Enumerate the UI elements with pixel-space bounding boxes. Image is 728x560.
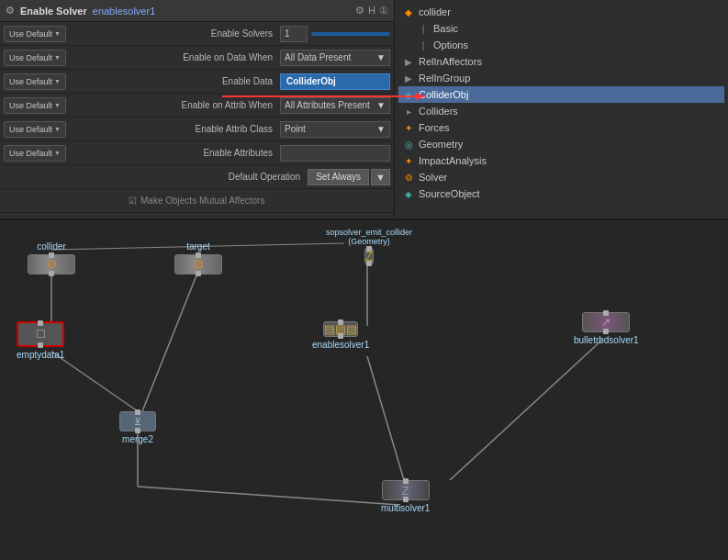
relinaffectors-label: RelInAffectors [419, 56, 482, 67]
enable-solvers-slider[interactable] [311, 32, 390, 36]
merge2-port-bottom[interactable] [135, 428, 140, 433]
tree-impactanalysis[interactable]: ✦ ImpactAnalysis [398, 152, 724, 169]
options-tree-label: Options [433, 39, 468, 50]
form-title: Enable Solver [20, 6, 87, 17]
multisolver1-icon: Z [402, 484, 409, 498]
emptydata1-port-top[interactable] [38, 320, 43, 326]
collider-tree-label: collider [419, 6, 451, 17]
bulletrbdsolver1-port-top[interactable] [603, 310, 609, 316]
options-tree-icon: | [417, 39, 430, 51]
enable-attrib-when-dropdown[interactable]: All Attributes Present ▼ [280, 97, 390, 114]
sopsolver-port-bottom[interactable] [366, 261, 372, 266]
sopsolver-box[interactable]: Z [364, 248, 375, 264]
help-icon[interactable]: H [368, 5, 375, 17]
enable-solvers-value[interactable]: 1 [280, 26, 308, 42]
collider-port-bottom[interactable] [49, 271, 54, 276]
enable-attrib-class-row: Use Default ▼ Enable Attrib Class Point … [0, 118, 394, 141]
collider-port-top[interactable] [49, 252, 54, 258]
default-operation-label: Default Operation [63, 172, 308, 182]
use-default-enable-data[interactable]: Use Default ▼ [4, 73, 66, 90]
multisolver1-label: multisolver1 [381, 503, 430, 513]
node-merge2[interactable]: ⊻ merge2 [119, 411, 156, 444]
enablesolver1-port-top[interactable] [338, 319, 343, 325]
basic-tree-icon: | [417, 22, 430, 35]
node-multisolver1[interactable]: Z multisolver1 [381, 480, 430, 513]
target-port-bottom[interactable] [196, 271, 201, 276]
attrib-when-arrow: ▼ [376, 100, 386, 110]
merge2-label: merge2 [122, 434, 153, 444]
info-icon[interactable]: ① [379, 5, 388, 17]
use-default-enable-attrs[interactable]: Use Default ▼ [4, 145, 66, 162]
enable-data-value[interactable]: ColliderObj [280, 73, 390, 90]
enablesolver1-box[interactable]: ▤▤▤ [323, 321, 358, 337]
sopsolver-port-top[interactable] [366, 246, 372, 252]
svg-line-4 [51, 352, 138, 411]
mutual-affectors-label: Make Objects Mutual Affectors [140, 196, 264, 206]
use-default-enable-solvers[interactable]: Use Default ▼ [4, 26, 66, 42]
node-sopsolver[interactable]: sopsolver_emit_collider(Geometry) Z [326, 228, 412, 264]
set-always-arrow[interactable]: ▼ [371, 169, 390, 185]
bulletrbdsolver1-port-bottom[interactable] [603, 329, 609, 334]
svg-line-6 [138, 487, 399, 505]
use-default-attrib-when[interactable]: Use Default ▼ [4, 97, 66, 114]
enable-attrib-class-dropdown[interactable]: Point ▼ [280, 121, 390, 138]
enable-attrib-class-label: Enable Attrib Class [66, 124, 280, 134]
settings-icon[interactable]: ⚙ [355, 5, 364, 17]
multisolver1-box[interactable]: Z [382, 480, 430, 500]
emptydata1-box[interactable]: ☐ [17, 321, 64, 347]
merge2-box[interactable]: ⊻ [119, 411, 156, 431]
enable-attributes-row: Use Default ▼ Enable Attributes [0, 141, 394, 165]
tree-colliderobj[interactable]: ◈ ColliderObj [398, 86, 724, 103]
collider-node-box[interactable]: ⚙ [28, 254, 75, 274]
merge2-port-top[interactable] [135, 409, 140, 415]
colliders-icon: ▸ [402, 105, 415, 118]
node-bulletrbdsolver1[interactable]: ↗ bulletrbdsolver1 [574, 312, 639, 345]
svg-line-3 [142, 271, 198, 411]
bulletrbdsolver1-icon: ↗ [601, 316, 610, 329]
tree-solver[interactable]: ⚙ Solver [398, 169, 724, 185]
collider-node-icon: ⚙ [46, 257, 58, 272]
emptydata1-port-bottom[interactable] [38, 342, 43, 348]
use-default-attrib-class[interactable]: Use Default ▼ [4, 121, 66, 138]
node-emptydata1[interactable]: ☐ emptydata1 [17, 321, 64, 360]
bulletrbdsolver1-box[interactable]: ↗ [582, 312, 630, 332]
basic-tree-label: Basic [433, 23, 458, 34]
tree-geometry[interactable]: ◎ Geometry [398, 136, 724, 152]
multisolver1-port-bottom[interactable] [403, 497, 409, 502]
top-panel: ⚙ Enable Solver enablesolver1 ⚙ H ① Use … [0, 0, 728, 220]
form-title-bar: ⚙ Enable Solver enablesolver1 ⚙ H ① [0, 0, 394, 22]
sopsolver-label-top: sopsolver_emit_collider(Geometry) [326, 228, 412, 246]
multisolver1-port-top[interactable] [403, 478, 409, 484]
enable-on-attrib-when-label: Enable on Attrib When [66, 100, 280, 110]
enable-data-label: Enable Data [66, 76, 280, 86]
enable-on-data-when-row: Use Default ▼ Enable on Data When All Da… [0, 46, 394, 70]
enable-attributes-field[interactable] [280, 145, 390, 162]
set-always-button[interactable]: Set Always [308, 169, 369, 185]
target-node-box[interactable]: ⚙ [174, 254, 222, 274]
use-default-data-when[interactable]: Use Default ▼ [4, 50, 66, 66]
enable-on-data-when-dropdown[interactable]: All Data Present ▼ [280, 50, 390, 66]
tree-relingroup[interactable]: ▶ RelInGroup [398, 70, 724, 86]
geometry-icon: ◎ [402, 138, 415, 151]
tree-basic[interactable]: | Basic [398, 20, 724, 37]
solver-icon: ⚙ [402, 171, 415, 184]
tree-sourceobject[interactable]: ◈ SourceObject [398, 185, 724, 202]
enable-data-row: Use Default ▼ Enable Data ColliderObj [0, 70, 394, 94]
enablesolver1-port-bottom[interactable] [338, 333, 343, 339]
enable-on-data-when-label: Enable on Data When [66, 52, 280, 62]
node-collider[interactable]: collider ⚙ [28, 239, 75, 274]
enable-solvers-field[interactable]: 1 [280, 26, 390, 42]
default-operation-row: Default Operation Set Always ▼ [0, 165, 394, 189]
tree-forces[interactable]: ✦ Forces [398, 119, 724, 136]
target-port-top[interactable] [196, 252, 201, 258]
tree-colliders[interactable]: ▸ Colliders [398, 103, 724, 119]
merge2-icon: ⊻ [134, 416, 141, 428]
tree-collider[interactable]: ◆ collider [398, 4, 724, 20]
node-target[interactable]: target ⚙ [174, 239, 222, 274]
bulletrbdsolver1-label: bulletrbdsolver1 [574, 335, 639, 345]
node-enablesolver1[interactable]: ▤▤▤ enablesolver1 [312, 321, 369, 350]
tree-relinaffectors[interactable]: ▶ RelInAffectors [398, 53, 724, 70]
tree-options[interactable]: | Options [398, 37, 724, 53]
svg-line-8 [367, 356, 404, 480]
title-icons: ⚙ H ① [355, 5, 388, 17]
